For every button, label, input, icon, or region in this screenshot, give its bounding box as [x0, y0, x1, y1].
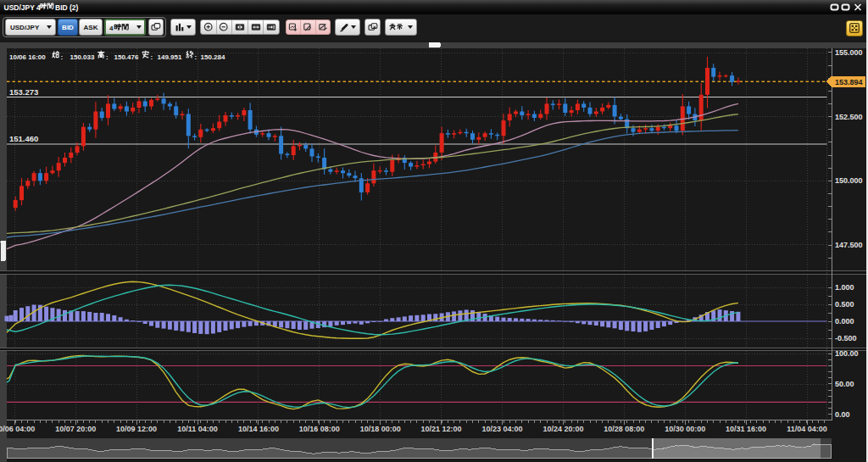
svg-text::: :: [195, 53, 198, 61]
svg-text:147.500: 147.500: [835, 241, 863, 249]
svg-text:10/21 12:00: 10/21 12:00: [421, 425, 462, 433]
svg-text:BID (2): BID (2): [55, 3, 79, 12]
svg-text:10/18 00:00: 10/18 00:00: [360, 425, 401, 433]
svg-text:10/07 20:00: 10/07 20:00: [55, 425, 96, 433]
svg-text::: :: [61, 53, 64, 61]
svg-text::: :: [151, 53, 153, 61]
svg-text:10/09 12:00: 10/09 12:00: [116, 425, 157, 433]
svg-text:0.000: 0.000: [835, 317, 854, 326]
svg-text:0.500: 0.500: [835, 300, 854, 309]
svg-text:50.00: 50.00: [835, 380, 854, 388]
svg-text:4: 4: [109, 25, 114, 32]
svg-text:10/30 00:00: 10/30 00:00: [665, 425, 705, 433]
svg-text::: :: [106, 53, 108, 61]
svg-text:10/16 08:00: 10/16 08:00: [299, 425, 340, 433]
svg-text:155.000: 155.000: [835, 48, 863, 57]
svg-text:0.00: 0.00: [835, 410, 850, 419]
svg-text:10/28 08:00: 10/28 08:00: [604, 425, 644, 433]
svg-text:152.500: 152.500: [835, 113, 863, 121]
svg-text:10/23 04:00: 10/23 04:00: [481, 425, 522, 433]
svg-text:153.894: 153.894: [835, 78, 863, 86]
svg-text:10/14 16:00: 10/14 16:00: [238, 425, 279, 433]
svg-text:-0.500: -0.500: [835, 334, 857, 342]
svg-text:150.284: 150.284: [201, 53, 225, 61]
svg-text:150.476: 150.476: [114, 53, 139, 61]
svg-text:150.000: 150.000: [835, 176, 863, 185]
svg-text:149.951: 149.951: [158, 53, 182, 61]
svg-text:USD/JPY 4: USD/JPY 4: [4, 3, 42, 12]
svg-text:10/31 16:00: 10/31 16:00: [726, 425, 766, 433]
svg-text:11/04 04:00: 11/04 04:00: [787, 425, 827, 433]
svg-text:100.00: 100.00: [835, 349, 859, 358]
svg-text:10/06 16:00: 10/06 16:00: [9, 53, 46, 61]
svg-text:151.460: 151.460: [9, 134, 38, 143]
svg-text:10/11 04:00: 10/11 04:00: [177, 425, 218, 433]
svg-text:150.033: 150.033: [70, 53, 95, 61]
svg-text:10/24 20:00: 10/24 20:00: [542, 425, 583, 433]
svg-text:1.000: 1.000: [835, 283, 854, 292]
svg-text:10/06 04:00: 10/06 04:00: [0, 425, 35, 433]
svg-text:153.273: 153.273: [9, 87, 38, 97]
